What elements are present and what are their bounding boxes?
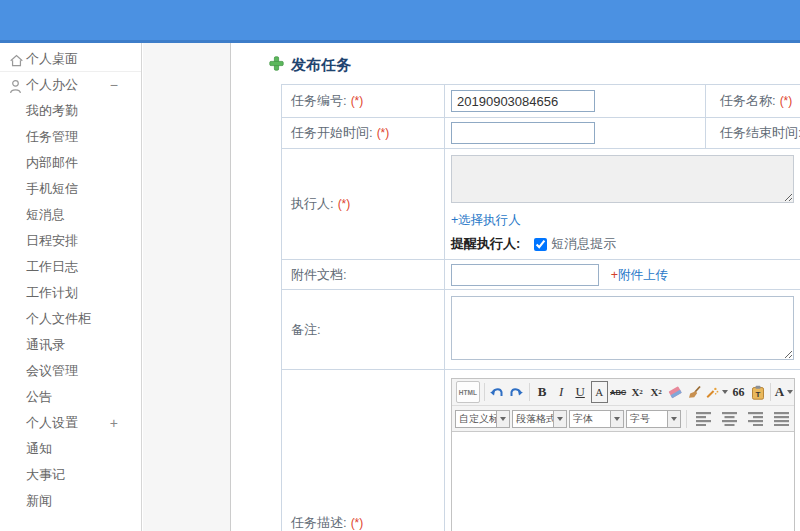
format-brush-icon[interactable] (686, 381, 703, 403)
sidebar-item-notice[interactable]: 通知 (0, 436, 141, 462)
custom-title-dropdown[interactable]: 自定义标题 (455, 410, 510, 428)
blockquote-button[interactable]: 66 (730, 381, 747, 403)
font-color-button[interactable]: A (775, 381, 793, 403)
sidebar-item-announcement[interactable]: 公告 (0, 384, 141, 410)
paragraph-format-dropdown[interactable]: 段落格式 (512, 410, 567, 428)
required-mark: (*) (351, 94, 364, 108)
sidebar-item-mobile-sms[interactable]: 手机短信 (0, 176, 141, 202)
collapse-icon[interactable]: − (110, 72, 118, 98)
sms-remind-checkbox[interactable] (534, 238, 547, 251)
underline-button[interactable]: U (572, 381, 589, 403)
undo-icon[interactable] (489, 381, 506, 403)
sidebar-item-internal-mail[interactable]: 内部邮件 (0, 150, 141, 176)
remind-executor-label: 提醒执行人: (451, 235, 520, 253)
strikethrough-button[interactable]: ABC (610, 381, 627, 403)
sidebar-item-personal-settings[interactable]: 个人设置 + (0, 410, 141, 436)
attachment-input[interactable] (451, 264, 599, 286)
executor-label: 执行人: (291, 196, 334, 211)
sidebar-item-attendance[interactable]: 我的考勤 (0, 98, 141, 124)
chevron-down-icon (496, 411, 509, 427)
select-executor-link[interactable]: +选择执行人 (451, 212, 521, 229)
attachment-upload-link[interactable]: +附件上传 (611, 268, 668, 282)
end-time-label: 任务结束时间: (720, 125, 800, 140)
sidebar-item-desktop[interactable]: 个人桌面 (0, 46, 141, 72)
top-bar-border (0, 40, 800, 43)
table-row: 执行人:(*) +选择执行人 提醒执行人: 短消息提示 (282, 149, 800, 260)
executor-textarea[interactable] (451, 155, 794, 203)
add-icon (269, 56, 284, 75)
redo-icon[interactable] (508, 381, 525, 403)
subscript-button[interactable]: X2 (648, 381, 665, 403)
top-bar (0, 0, 800, 40)
sidebar-item-file-cabinet[interactable]: 个人文件柜 (0, 306, 141, 332)
start-time-input[interactable] (451, 122, 595, 144)
eraser-icon[interactable] (667, 381, 684, 403)
table-row: 任务开始时间:(*) 任务结束时间:(*) (282, 118, 800, 149)
svg-text:T: T (755, 389, 760, 398)
editor-toolbar-row2: 自定义标题 段落格式 字体 字号 (452, 406, 794, 432)
sidebar-item-schedule[interactable]: 日程安排 (0, 228, 141, 254)
content-panel: 发布任务 任务编号:(*) 任务名称:(*) 任务开始时间:(*) 任务结束时间… (230, 43, 800, 531)
task-no-input[interactable] (451, 90, 595, 112)
sms-remind-label: 短消息提示 (551, 235, 616, 253)
chevron-down-icon (722, 390, 728, 394)
editor-toolbar-row1: HTML B I U A ABC X2 (452, 379, 794, 406)
table-row: 备注: (282, 290, 800, 370)
font-family-dropdown[interactable]: 字体 (569, 410, 624, 428)
start-time-label: 任务开始时间: (291, 125, 373, 140)
required-mark: (*) (377, 126, 390, 140)
align-left-icon[interactable] (696, 411, 713, 426)
sidebar-item-task-management[interactable]: 任务管理 (0, 124, 141, 150)
table-row: 附件文档: +附件上传 (282, 260, 800, 290)
table-row: 任务编号:(*) 任务名称:(*) (282, 85, 800, 118)
align-right-icon[interactable] (748, 411, 765, 426)
sidebar-item-short-message[interactable]: 短消息 (0, 202, 141, 228)
required-mark: (*) (780, 94, 793, 108)
paste-template-icon[interactable]: T (749, 381, 766, 403)
attachment-label: 附件文档: (291, 267, 347, 282)
magic-wand-icon[interactable] (705, 381, 728, 403)
expand-icon[interactable]: + (110, 410, 118, 436)
sidebar-item-contacts[interactable]: 通讯录 (0, 332, 141, 358)
remark-label: 备注: (291, 322, 321, 337)
alignment-buttons (696, 411, 791, 426)
sidebar-item-meeting[interactable]: 会议管理 (0, 358, 141, 384)
chevron-down-icon (610, 411, 623, 427)
task-name-label: 任务名称: (720, 93, 776, 108)
remark-textarea[interactable] (451, 296, 794, 360)
bold-button[interactable]: B (534, 381, 551, 403)
required-mark: (*) (351, 516, 364, 530)
align-center-icon[interactable] (722, 411, 739, 426)
editor-content-area[interactable] (452, 432, 794, 531)
sidebar-item-major-events[interactable]: 大事记 (0, 462, 141, 488)
chevron-down-icon (787, 390, 793, 394)
sidebar-item-work-log[interactable]: 工作日志 (0, 254, 141, 280)
sidebar: 个人桌面 个人办公 − 我的考勤 任务管理 内部邮件 手机短信 短消息 日程安排… (0, 43, 142, 531)
rich-text-editor: HTML B I U A ABC X2 (451, 378, 795, 531)
italic-button[interactable]: I (553, 381, 570, 403)
sidebar-item-news[interactable]: 新闻 (0, 488, 141, 514)
superscript-button[interactable]: X2 (629, 381, 646, 403)
table-row: 任务描述:(*) HTML B I (282, 370, 800, 531)
font-size-dropdown[interactable]: 字号 (626, 410, 681, 428)
required-mark: (*) (338, 197, 351, 211)
align-justify-icon[interactable] (774, 411, 791, 426)
chevron-down-icon (553, 411, 566, 427)
page-title: 发布任务 (269, 56, 351, 75)
task-description-label: 任务描述: (291, 515, 347, 530)
sidebar-item-work-plan[interactable]: 工作计划 (0, 280, 141, 306)
sidebar-item-personal-office[interactable]: 个人办公 − (0, 72, 141, 98)
html-source-button[interactable]: HTML (456, 381, 480, 403)
font-style-button[interactable]: A (591, 381, 608, 403)
chevron-down-icon (667, 411, 680, 427)
task-no-label: 任务编号: (291, 93, 347, 108)
publish-task-form: 任务编号:(*) 任务名称:(*) 任务开始时间:(*) 任务结束时间:(*) … (281, 84, 800, 531)
